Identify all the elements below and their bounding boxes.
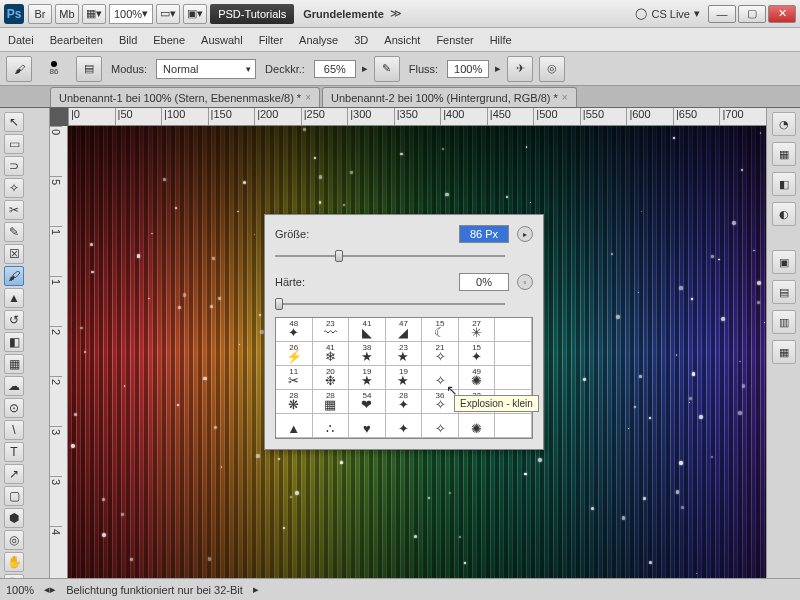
adjustments-panel-icon[interactable]: ◐ (772, 202, 796, 226)
wand-tool[interactable]: ✧ (4, 178, 24, 198)
menu-datei[interactable]: Datei (8, 34, 34, 46)
brush-preview[interactable]: 86 (38, 55, 70, 83)
horizontal-ruler[interactable]: |0|50|100|150|200|250|300|350|400|450|50… (68, 108, 766, 126)
size-slider[interactable] (275, 249, 505, 263)
brush-cell[interactable]: ♥ (349, 414, 386, 438)
menu-hilfe[interactable]: Hilfe (490, 34, 512, 46)
lasso-tool[interactable]: ⊃ (4, 156, 24, 176)
brush-cell[interactable]: 49✺ (459, 366, 496, 390)
status-zoom[interactable]: 100% (6, 584, 34, 596)
brush-cell[interactable]: ▲ (276, 414, 313, 438)
minibridge-button[interactable]: Mb (55, 4, 79, 24)
brush-cell[interactable]: 19★ (349, 366, 386, 390)
brush-cell[interactable]: 28✦ (386, 390, 423, 414)
brush-cell[interactable]: 27✳ (459, 318, 496, 342)
document-tab-1[interactable]: Unbenannt-1 bei 100% (Stern, Ebenenmaske… (50, 87, 320, 107)
workspace-grundelemente[interactable]: Grundelemente (303, 8, 384, 20)
brush-tool[interactable]: 🖌 (4, 266, 24, 286)
brush-cell[interactable]: 47◢ (386, 318, 423, 342)
gradient-tool[interactable]: ▦ (4, 354, 24, 374)
brush-cell[interactable]: ✧ (422, 414, 459, 438)
blur-tool[interactable]: ☁ (4, 376, 24, 396)
brush-cell[interactable] (495, 342, 532, 366)
brush-cell[interactable]: 26⚡ (276, 342, 313, 366)
menu-analyse[interactable]: Analyse (299, 34, 338, 46)
menu-fenster[interactable]: Fenster (436, 34, 473, 46)
eyedropper-tool[interactable]: ✎ (4, 222, 24, 242)
menu-bearbeiten[interactable]: Bearbeiten (50, 34, 103, 46)
move-tool[interactable]: ↖ (4, 112, 24, 132)
arrange-button[interactable]: ▭▾ (156, 4, 180, 24)
status-arrow-icon[interactable]: ▸ (253, 583, 259, 596)
chevron-icon[interactable]: ▸ (362, 62, 368, 75)
brush-cell[interactable]: ✦ (386, 414, 423, 438)
brush-cell[interactable] (495, 414, 532, 438)
workspace-more-icon[interactable]: ≫ (390, 7, 402, 20)
cslive-button[interactable]: ◯ CS Live ▾ (635, 7, 700, 20)
brush-cell[interactable]: ✺ (459, 414, 496, 438)
brush-cell[interactable]: 11✂ (276, 366, 313, 390)
tablet-pressure-button[interactable]: ◎ (539, 56, 565, 82)
swatches-panel-icon[interactable]: ▦ (772, 142, 796, 166)
new-preset-icon[interactable]: ▫ (517, 274, 533, 290)
opacity-input[interactable]: 65% (314, 60, 356, 78)
styles-panel-icon[interactable]: ◧ (772, 172, 796, 196)
brush-cell[interactable] (495, 318, 532, 342)
brush-cell[interactable]: 15☾ (422, 318, 459, 342)
brush-cell[interactable]: 20❉ (313, 366, 350, 390)
marquee-tool[interactable]: ▭ (4, 134, 24, 154)
menu-3d[interactable]: 3D (354, 34, 368, 46)
brush-cell[interactable] (495, 366, 532, 390)
flyout-menu-icon[interactable]: ▸ (517, 226, 533, 242)
close-icon[interactable]: × (562, 92, 568, 103)
menu-filter[interactable]: Filter (259, 34, 283, 46)
hardness-slider[interactable] (275, 297, 505, 311)
document-tab-2[interactable]: Unbenannt-2 bei 100% (Hintergrund, RGB/8… (322, 87, 577, 107)
type-tool[interactable]: T (4, 442, 24, 462)
stamp-tool[interactable]: ▲ (4, 288, 24, 308)
dodge-tool[interactable]: ⊙ (4, 398, 24, 418)
airbrush-button[interactable]: ✈ (507, 56, 533, 82)
history-brush-tool[interactable]: ↺ (4, 310, 24, 330)
hand-tool[interactable]: ✋ (4, 552, 24, 572)
tool-preset-button[interactable]: 🖌 (6, 56, 32, 82)
zoom-select[interactable]: 100% ▾ (109, 4, 153, 24)
history-panel-icon[interactable]: ▦ (772, 340, 796, 364)
layers-panel-icon[interactable]: ▣ (772, 250, 796, 274)
pen-tool[interactable]: \ (4, 420, 24, 440)
mode-select[interactable]: Normal (156, 59, 256, 79)
workspace-psdtutorials[interactable]: PSD-Tutorials (210, 4, 294, 24)
menu-bild[interactable]: Bild (119, 34, 137, 46)
patch-tool[interactable]: ☒ (4, 244, 24, 264)
opacity-pressure-button[interactable]: ✎ (374, 56, 400, 82)
size-input[interactable]: 86 Px (459, 225, 509, 243)
shape-tool[interactable]: ▢ (4, 486, 24, 506)
close-icon[interactable]: × (305, 92, 311, 103)
brush-cell[interactable]: 23〰 (313, 318, 350, 342)
brush-cell[interactable]: 41❄ (313, 342, 350, 366)
chevron-icon[interactable]: ▸ (495, 62, 501, 75)
brush-cell[interactable]: 38★ (349, 342, 386, 366)
status-arrow-icon[interactable]: ◂▸ (44, 583, 56, 596)
hardness-input[interactable]: 0% (459, 273, 509, 291)
brush-cell[interactable]: 23★ (386, 342, 423, 366)
window-close-button[interactable]: ✕ (768, 5, 796, 23)
brush-cell[interactable]: 15✦ (459, 342, 496, 366)
3d-camera-tool[interactable]: ◎ (4, 530, 24, 550)
paths-panel-icon[interactable]: ▥ (772, 310, 796, 334)
crop-tool[interactable]: ✂ (4, 200, 24, 220)
brush-cell[interactable]: 54❤ (349, 390, 386, 414)
screenmode-button[interactable]: ▣▾ (183, 4, 207, 24)
vertical-ruler[interactable]: 051122334 (50, 126, 68, 578)
color-panel-icon[interactable]: ◔ (772, 112, 796, 136)
menu-ebene[interactable]: Ebene (153, 34, 185, 46)
eraser-tool[interactable]: ◧ (4, 332, 24, 352)
channels-panel-icon[interactable]: ▤ (772, 280, 796, 304)
window-maximize-button[interactable]: ▢ (738, 5, 766, 23)
bridge-button[interactable]: Br (28, 4, 52, 24)
brush-cell[interactable]: 41◣ (349, 318, 386, 342)
menu-auswahl[interactable]: Auswahl (201, 34, 243, 46)
flow-input[interactable]: 100% (447, 60, 489, 78)
menu-ansicht[interactable]: Ansicht (384, 34, 420, 46)
brush-cell[interactable]: 28❋ (276, 390, 313, 414)
